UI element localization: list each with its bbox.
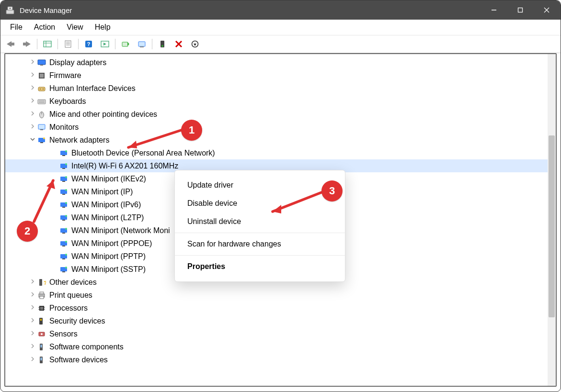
chevron-right-icon[interactable] <box>28 121 37 134</box>
svg-rect-77 <box>39 279 42 286</box>
app-icon <box>5 5 15 15</box>
chevron-right-icon[interactable] <box>28 289 37 302</box>
help-button[interactable]: ? <box>81 37 96 51</box>
category-label: Software devices <box>49 353 108 366</box>
category-display-adapters[interactable]: Display adapters <box>5 56 556 69</box>
menu-help[interactable]: Help <box>89 21 116 34</box>
svg-text:?: ? <box>87 41 91 47</box>
category-label: Keyboards <box>49 95 86 108</box>
category-software-devices[interactable]: Software devices <box>5 353 556 366</box>
category-processors[interactable]: Processors <box>5 302 556 314</box>
device-label: WAN Miniport (IPv6) <box>71 198 141 211</box>
svg-rect-20 <box>122 42 128 46</box>
svg-rect-22 <box>138 42 145 46</box>
sw-icon <box>37 355 46 365</box>
chip-icon <box>37 71 46 80</box>
properties-button[interactable] <box>60 37 76 51</box>
menu-file[interactable]: File <box>4 21 28 34</box>
chevron-right-icon[interactable] <box>28 302 37 314</box>
action-button[interactable] <box>97 37 113 51</box>
svg-rect-33 <box>40 74 44 78</box>
svg-marker-7 <box>7 41 14 47</box>
category-security-devices[interactable]: Security devices <box>5 314 556 327</box>
svg-point-76 <box>65 267 67 269</box>
chevron-right-icon[interactable] <box>28 56 37 69</box>
svg-rect-48 <box>62 155 65 156</box>
chevron-right-icon[interactable] <box>28 108 37 121</box>
category-keyboards[interactable]: Keyboards <box>5 95 556 108</box>
svg-point-35 <box>40 88 41 89</box>
ctx-update-driver[interactable]: Update driver <box>175 176 345 194</box>
svg-rect-81 <box>40 296 44 299</box>
svg-point-2 <box>10 8 11 9</box>
hid-icon <box>37 84 46 93</box>
svg-rect-75 <box>62 271 65 272</box>
scan-changes-button[interactable] <box>187 37 203 51</box>
ctx-uninstall-device[interactable]: Uninstall device <box>175 213 345 231</box>
svg-marker-19 <box>103 43 106 45</box>
svg-rect-43 <box>40 129 43 130</box>
category-human-interface-devices[interactable]: Human Interface Devices <box>5 82 556 95</box>
svg-point-91 <box>41 333 43 335</box>
device-label: WAN Miniport (IKEv2) <box>71 172 146 185</box>
category-firmware[interactable]: Firmware <box>5 69 556 82</box>
annotation-badge-3: 3 <box>321 180 343 202</box>
category-software-components[interactable]: Software components <box>5 340 556 353</box>
svg-rect-34 <box>38 87 45 91</box>
chevron-right-icon[interactable] <box>28 327 37 340</box>
device-label: WAN Miniport (SSTP) <box>71 263 146 276</box>
monitor-icon <box>37 123 46 132</box>
svg-rect-37 <box>38 100 46 104</box>
device-label: Intel(R) Wi-Fi 6 AX201 160MHz <box>71 159 178 172</box>
ctx-disable-device[interactable]: Disable device <box>175 194 345 213</box>
chevron-right-icon[interactable] <box>28 95 37 108</box>
svg-rect-12 <box>65 41 71 47</box>
vertical-scrollbar[interactable] <box>548 54 556 386</box>
category-network-adapters[interactable]: Network adapters <box>5 134 556 146</box>
svg-rect-60 <box>62 207 65 208</box>
device-label: WAN Miniport (L2TP) <box>71 211 144 224</box>
sw-icon <box>37 342 46 352</box>
ctx-scan-hardware[interactable]: Scan for hardware changes <box>175 235 345 253</box>
svg-rect-51 <box>62 168 65 169</box>
category-label: Firmware <box>49 69 81 82</box>
category-mice-and-other-pointing-devices[interactable]: Mice and other pointing devices <box>5 108 556 121</box>
chevron-right-icon[interactable] <box>28 82 37 95</box>
network-adapter-icon <box>59 265 69 274</box>
category-sensors[interactable]: Sensors <box>5 327 556 340</box>
maximize-button[interactable] <box>507 0 533 20</box>
device-item[interactable]: Bluetooth Device (Personal Area Network) <box>5 146 556 159</box>
device-manager-window: Device Manager File Action View Help ? D… <box>0 0 561 392</box>
svg-rect-23 <box>140 46 144 47</box>
svg-point-67 <box>65 228 67 230</box>
minimize-button[interactable] <box>481 0 507 20</box>
category-monitors[interactable]: Monitors <box>5 121 556 134</box>
chevron-right-icon[interactable] <box>28 353 37 366</box>
close-button[interactable] <box>533 0 560 20</box>
chevron-right-icon[interactable] <box>28 340 37 353</box>
scrollbar-thumb[interactable] <box>549 135 555 317</box>
ctx-properties[interactable]: Properties <box>175 258 345 276</box>
back-button[interactable] <box>3 37 18 51</box>
device-label: Bluetooth Device (Personal Area Network) <box>71 146 215 159</box>
category-label: Processors <box>49 302 88 314</box>
svg-marker-29 <box>194 44 196 46</box>
show-hidden-button[interactable] <box>40 37 55 51</box>
other-icon: ? <box>37 278 46 287</box>
chevron-down-icon[interactable] <box>28 134 37 146</box>
svg-rect-83 <box>40 307 43 310</box>
chevron-right-icon[interactable] <box>28 276 37 289</box>
menu-view[interactable]: View <box>61 21 89 34</box>
category-print-queues[interactable]: Print queues <box>5 289 556 302</box>
uninstall-device-button[interactable] <box>171 37 186 51</box>
enable-device-button[interactable] <box>155 37 170 51</box>
chevron-right-icon[interactable] <box>28 314 37 327</box>
update-driver-button[interactable] <box>118 37 133 51</box>
menu-action[interactable]: Action <box>28 21 61 34</box>
forward-button[interactable] <box>19 37 34 51</box>
scan-hardware-button[interactable] <box>134 37 149 51</box>
category-label: Sensors <box>49 327 78 340</box>
chevron-right-icon[interactable] <box>28 69 37 82</box>
device-label: WAN Miniport (PPPOE) <box>71 237 152 250</box>
svg-rect-80 <box>40 292 44 294</box>
